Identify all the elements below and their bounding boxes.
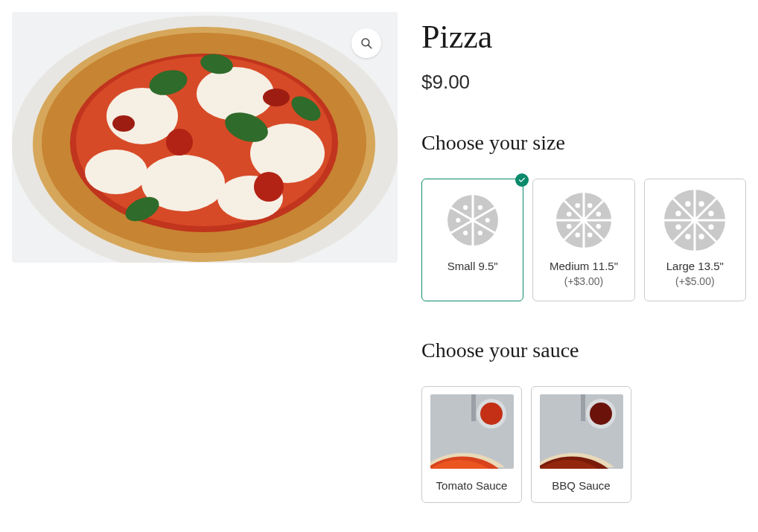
svg-point-69 [686,201,691,206]
size-heading: Choose your size [421,131,746,155]
svg-point-67 [676,224,681,229]
svg-point-64 [709,224,714,229]
size-option-label: Small 9.5" [448,260,498,272]
product-image-container [12,12,398,263]
sauce-thumbnail [540,394,623,469]
svg-point-73 [480,403,503,425]
sauce-option[interactable]: BBQ Sauce [531,386,631,503]
sauce-thumbnail [430,394,514,469]
size-option[interactable]: Small 9.5" [421,179,523,301]
svg-point-15 [263,89,290,106]
svg-point-45 [587,203,593,208]
size-options: Small 9.5" Medium 11.5"(+$3.00) Large 13… [421,179,746,301]
svg-point-7 [197,67,274,121]
svg-point-13 [254,172,284,202]
pizza-size-icon [664,191,725,249]
svg-point-52 [575,203,580,208]
svg-line-22 [369,45,372,48]
sauce-heading: Choose your sauce [421,339,746,362]
size-option-extra-price: (+$3.00) [564,275,604,287]
svg-point-62 [699,201,704,206]
zoom-button[interactable] [351,28,381,58]
svg-rect-75 [581,394,585,421]
svg-point-12 [166,129,193,156]
size-option-label: Large 13.5" [666,260,724,272]
svg-point-77 [590,403,612,425]
svg-point-65 [699,234,704,239]
size-option[interactable]: Large 13.5"(+$5.00) [644,179,746,301]
product-price: $9.00 [421,71,746,94]
size-option-label: Medium 11.5" [550,260,618,272]
pizza-size-icon [556,191,611,249]
svg-point-14 [112,115,135,132]
product-image[interactable] [12,12,398,263]
svg-point-66 [686,234,691,239]
size-option[interactable]: Medium 11.5"(+$3.00) [532,179,634,301]
svg-rect-71 [471,394,476,421]
svg-point-31 [485,218,489,222]
svg-point-46 [596,212,601,217]
sauce-option[interactable]: Tomato Sauce [421,386,522,503]
svg-point-32 [477,231,482,235]
svg-point-6 [106,88,178,144]
svg-point-30 [477,205,482,210]
svg-point-35 [463,205,468,210]
sauce-options: Tomato Sauce BBQ Sauce [421,386,746,503]
check-icon [515,173,529,187]
svg-point-10 [85,150,147,194]
svg-point-68 [676,211,681,216]
sauce-option-label: Tomato Sauce [436,479,508,492]
svg-point-49 [575,233,580,238]
svg-point-47 [596,224,601,229]
svg-point-51 [567,212,572,217]
size-option-extra-price: (+$5.00) [675,275,715,287]
svg-point-63 [709,211,714,216]
svg-point-50 [567,224,572,229]
sauce-option-label: BBQ Sauce [552,479,610,492]
pizza-size-icon [448,191,498,249]
svg-point-33 [463,231,468,235]
svg-point-34 [456,218,460,222]
product-title: Pizza [421,18,746,56]
svg-point-48 [587,233,593,238]
magnifier-icon [360,36,373,50]
